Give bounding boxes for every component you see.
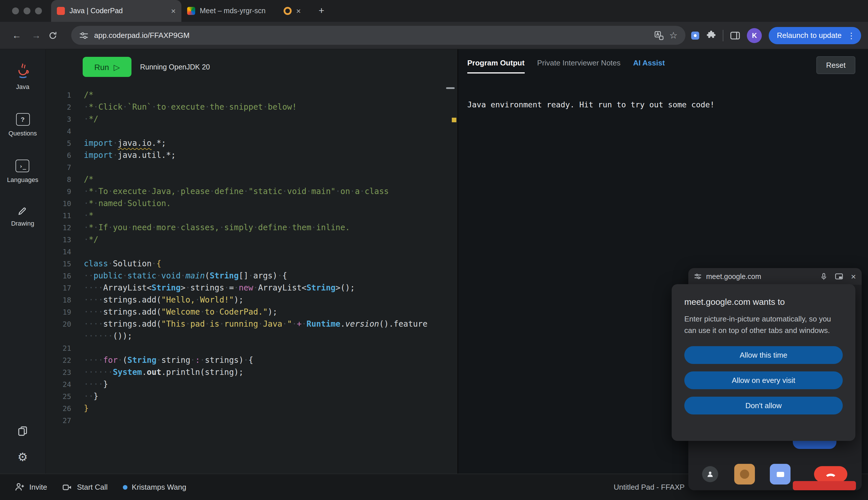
line-number: 26 <box>46 402 84 414</box>
browser-tabstrip: Java | CoderPad × Meet – mds-yrgr-scn × … <box>0 0 868 22</box>
browser-menu-icon[interactable]: ⋮ <box>847 31 855 40</box>
code-line-text: ····strings.add("Welcome·to·CoderPad."); <box>84 306 277 318</box>
reload-icon[interactable] <box>48 31 63 40</box>
invite-button[interactable]: Invite <box>15 482 47 492</box>
code-line[interactable]: 26} <box>46 402 452 414</box>
lint-warning-marker[interactable] <box>452 118 456 122</box>
run-button[interactable]: Run ▷ <box>83 57 132 77</box>
allow-on-every-visit-button[interactable]: Allow on every visit <box>684 372 843 389</box>
code-editor[interactable]: Run ▷ Running OpenJDK 20 1/*2·*·Click·`R… <box>46 49 458 474</box>
code-line-text: } <box>84 402 89 414</box>
tab-ai-assist[interactable]: AI Assist <box>633 59 665 72</box>
code-line[interactable]: 9·*·To·execute·Java,·please·define·"stat… <box>46 185 452 197</box>
line-number: 5 <box>46 137 84 149</box>
side-panel-icon[interactable] <box>730 31 740 40</box>
user-name: Kristamps Wang <box>132 483 186 491</box>
code-line[interactable]: 6import·java.util.*; <box>46 149 452 161</box>
code-line[interactable]: 11·* <box>46 209 452 221</box>
code-line[interactable]: 13·*/ <box>46 234 452 246</box>
new-tab-button[interactable]: + <box>315 5 328 16</box>
sidebar-item-languages[interactable]: ›_ Languages <box>7 160 38 183</box>
meet-present-button[interactable] <box>770 464 790 485</box>
coderpad-favicon <box>57 7 65 15</box>
meet-control-button[interactable] <box>702 466 718 482</box>
tab-private-interviewer-notes[interactable]: Private Interviewer Notes <box>537 59 620 72</box>
play-icon: ▷ <box>114 62 120 71</box>
code-line[interactable]: 14 <box>46 246 452 258</box>
sidebar-item-label: Questions <box>8 130 37 137</box>
back-icon[interactable]: ← <box>9 30 24 41</box>
code-line[interactable]: 18····strings.add("Hello,·World!"); <box>46 294 452 306</box>
profile-avatar[interactable]: K <box>747 28 762 43</box>
pinned-extension-icon[interactable] <box>691 31 699 39</box>
code-line[interactable]: 27 <box>46 414 452 427</box>
code-line[interactable]: 7 <box>46 161 452 173</box>
code-line[interactable]: 2·*·Click·`Run`·to·execute·the·snippet·b… <box>46 101 452 113</box>
code-line[interactable]: 12·*·If·you·need·more·classes,·simply·de… <box>46 221 452 234</box>
zoom-window-button[interactable] <box>35 8 42 14</box>
allow-this-time-button[interactable]: Allow this time <box>684 346 843 364</box>
meet-reaction-button[interactable] <box>734 464 755 485</box>
code-line-text: ····ArrayList<String>·strings·=·new·Arra… <box>84 282 355 294</box>
relaunch-to-update-button[interactable]: Relaunch to update ⋮ <box>769 27 861 44</box>
pad-title[interactable]: Untitled Pad - FFAXP <box>614 474 685 500</box>
close-icon[interactable]: × <box>851 272 856 281</box>
settings-gear-icon[interactable]: ⚙ <box>18 450 28 464</box>
code-line[interactable]: 20····strings.add("This·pad·is·running·J… <box>46 318 452 330</box>
close-tab-icon[interactable]: × <box>171 7 176 15</box>
sidebar-item-drawing[interactable]: Drawing <box>11 206 34 227</box>
code-line[interactable]: 21 <box>46 342 452 354</box>
url-text[interactable]: app.coderpad.io/FFAXP9GM <box>94 31 649 39</box>
code-line[interactable]: 22····for·(String·string·:·strings)·{ <box>46 354 452 366</box>
code-line[interactable]: 1/* <box>46 89 452 101</box>
forward-icon[interactable]: → <box>29 30 44 41</box>
tab-meet[interactable]: Meet – mds-yrgr-scn × <box>181 0 307 22</box>
pip-titlebar[interactable]: meet.google.com × <box>688 268 862 285</box>
meet-join-button-partial[interactable] <box>793 441 836 449</box>
tab-program-output[interactable]: Program Output <box>467 59 524 73</box>
code-line[interactable]: 3·*/ <box>46 113 452 125</box>
code-line[interactable]: 8/* <box>46 173 452 185</box>
code-line-text: class·Solution·{ <box>84 258 161 270</box>
run-label: Run <box>94 62 109 71</box>
bookmark-star-icon[interactable]: ☆ <box>670 30 678 41</box>
site-settings-icon[interactable] <box>694 273 701 280</box>
dont-allow-button[interactable]: Don't allow <box>684 397 843 414</box>
code-line[interactable]: 23······System.out.println(string); <box>46 366 452 378</box>
extensions-puzzle-icon[interactable] <box>706 31 716 40</box>
microphone-icon[interactable] <box>820 272 827 281</box>
code-line[interactable]: 16··public·static·void·main(String[]·arg… <box>46 270 452 282</box>
code-line[interactable]: 17····ArrayList<String>·strings·=·new·Ar… <box>46 282 452 294</box>
code-line[interactable]: 10·*·named·Solution. <box>46 197 452 209</box>
translate-icon[interactable] <box>654 31 664 40</box>
close-tab-icon[interactable]: × <box>296 7 301 15</box>
code-line[interactable]: 25··} <box>46 390 452 402</box>
line-number: 14 <box>46 246 84 258</box>
close-window-button[interactable] <box>12 8 19 14</box>
code-line[interactable]: 15class·Solution·{ <box>46 258 452 270</box>
meet-red-button-partial[interactable] <box>793 481 856 490</box>
copy-pages-icon[interactable] <box>18 426 28 436</box>
line-number: 7 <box>46 161 84 173</box>
sidebar-item-language-java[interactable]: Java <box>15 63 30 90</box>
code-line[interactable]: 19····strings.add("Welcome·to·CoderPad."… <box>46 306 452 318</box>
tab-title: Java | CoderPad <box>69 7 167 15</box>
code-line[interactable]: 4 <box>46 125 452 137</box>
code-line-text <box>84 246 89 258</box>
code-line[interactable]: 24····} <box>46 378 452 390</box>
tab-coderpad[interactable]: Java | CoderPad × <box>51 0 181 22</box>
reset-button[interactable]: Reset <box>816 56 855 74</box>
editor-scrollbar-thumb[interactable] <box>446 87 455 89</box>
code-line[interactable]: 5import·java.io.*; <box>46 137 452 149</box>
pip-toggle-icon[interactable] <box>835 273 843 280</box>
code-area[interactable]: 1/*2·*·Click·`Run`·to·execute·the·snippe… <box>46 89 452 427</box>
url-bar[interactable]: app.coderpad.io/FFAXP9GM ☆ <box>71 26 685 45</box>
minimize-window-button[interactable] <box>24 8 31 14</box>
site-settings-icon[interactable] <box>79 31 88 40</box>
start-call-button[interactable]: Start Call <box>62 482 107 492</box>
code-line[interactable]: ······()); <box>46 330 452 342</box>
tab-capture-indicator-icon <box>284 7 292 15</box>
meet-leave-call-button[interactable] <box>814 466 847 482</box>
pip-permission-dialog: meet.google.com wants to Enter picture-i… <box>672 284 855 441</box>
sidebar-item-questions[interactable]: ? Questions <box>8 113 37 137</box>
